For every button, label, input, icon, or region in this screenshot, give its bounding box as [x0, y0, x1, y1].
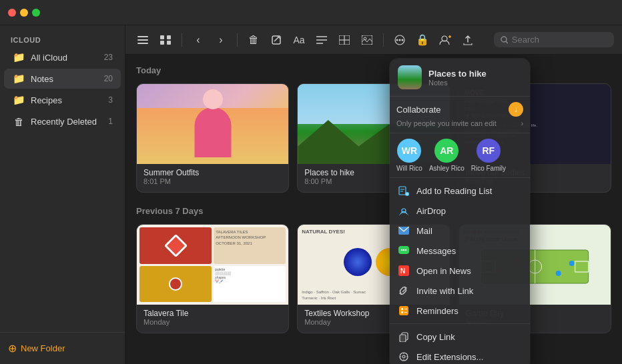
svg-text:N: N: [400, 267, 405, 275]
menu-item-invite-with-link[interactable]: Invite with Link: [390, 281, 530, 301]
previous-section-label: Previous 7 Days: [136, 206, 611, 216]
avatars-row: WR Will Rico AR Ashley Rico RF Rico Fami…: [390, 133, 530, 178]
collaborate-row: Collaborate ↓: [396, 102, 523, 117]
svg-point-34: [555, 271, 561, 276]
svg-point-20: [399, 39, 401, 41]
compose-button[interactable]: [267, 31, 286, 49]
sidebar-item-notes[interactable]: 📁 Notes 20: [4, 69, 121, 89]
search-input[interactable]: [512, 35, 607, 45]
menu-item-add-reading-list[interactable]: Add to Reading List: [390, 181, 530, 201]
toolbar-separator: [182, 33, 182, 47]
note-card-talavera-tile[interactable]: TALAVERA TILESAFTERNOON WORKSHOPOCTOBER …: [136, 224, 289, 333]
menu-item-mail[interactable]: Mail: [390, 221, 530, 241]
back-button[interactable]: ‹: [189, 31, 208, 49]
note-card-summer-outfits[interactable]: Summer Outfits 8:01 PM: [136, 83, 289, 193]
news-icon: N: [398, 265, 410, 277]
traffic-lights: [8, 9, 40, 17]
menu-item-reminders[interactable]: Reminders: [390, 301, 530, 321]
sidebar: iCloud 📁 All iCloud 23 📁 Notes 20 📁 Reci…: [0, 25, 125, 364]
sidebar-footer: ⊕ New Folder: [0, 332, 125, 364]
messages-icon: [398, 245, 410, 257]
close-button[interactable]: [8, 9, 16, 17]
copy-link-icon: [398, 331, 410, 343]
previous-notes-grid: TALAVERA TILESAFTERNOON WORKSHOPOCTOBER …: [136, 224, 611, 333]
sidebar-count-notes: 20: [104, 74, 113, 83]
popup-note-title: Places to hike: [428, 69, 487, 79]
share-button[interactable]: [390, 31, 409, 49]
svg-point-47: [405, 249, 406, 251]
menu-label-open-in-news: Open in News: [416, 266, 471, 276]
menu-label-airdrop: AirDrop: [416, 206, 446, 216]
avatar-circle-will-rico: WR: [397, 139, 421, 163]
avatar-circle-rico-family: RF: [477, 139, 501, 163]
search-icon: [501, 36, 508, 44]
sidebar-count-recently-deleted: 1: [108, 117, 113, 126]
menu-item-airdrop[interactable]: AirDrop: [390, 201, 530, 221]
svg-point-19: [396, 39, 398, 41]
lock-button[interactable]: 🔒: [413, 31, 432, 49]
collaborate-sublabel: Only people you invite can edit ›: [396, 119, 523, 127]
new-folder-button[interactable]: ⊕ New Folder: [8, 339, 117, 357]
svg-rect-5: [160, 41, 164, 45]
svg-point-25: [501, 37, 507, 42]
forward-button[interactable]: ›: [212, 31, 230, 49]
font-button[interactable]: Aa: [290, 31, 308, 49]
today-notes-grid: Summer Outfits 8:01 PM: [136, 83, 611, 193]
menu-label-mail: Mail: [416, 226, 432, 236]
share-context-popup: Places to hike Notes Collaborate ↓ O: [390, 59, 530, 364]
new-folder-label: New Folder: [21, 343, 65, 353]
menu-label-edit-extensions: Edit Extensions...: [416, 352, 483, 362]
sidebar-item-recipes[interactable]: 📁 Recipes 3: [4, 90, 121, 110]
airdrop-icon: [398, 205, 410, 217]
avatar-ashley-rico[interactable]: AR Ashley Rico: [429, 139, 464, 172]
menu-item-messages[interactable]: Messages: [390, 241, 530, 261]
today-section-label: Today: [136, 65, 611, 75]
add-person-button[interactable]: [436, 31, 454, 49]
sidebar-item-all-icloud[interactable]: 📁 All iCloud 23: [4, 47, 121, 67]
folder-icon: 📁: [12, 93, 25, 107]
svg-rect-51: [401, 308, 403, 310]
avatar-will-rico[interactable]: WR Will Rico: [396, 139, 422, 172]
checklist-button[interactable]: [312, 31, 331, 49]
search-bar[interactable]: [494, 32, 614, 47]
media-button[interactable]: [358, 31, 376, 49]
note-time-talavera-tile: Monday: [143, 318, 282, 326]
menu-item-copy-link[interactable]: Copy Link: [390, 327, 530, 347]
link-icon: [398, 285, 410, 297]
menu-label-messages: Messages: [416, 246, 456, 256]
content-area: Today Summer Outfits: [125, 55, 622, 364]
grid-view-button[interactable]: [156, 31, 175, 49]
svg-line-8: [274, 37, 279, 41]
avatar-name-rico-family: Rico Family: [471, 165, 506, 172]
minimize-button[interactable]: [20, 9, 28, 17]
collaborate-label: Collaborate: [396, 105, 441, 115]
menu-item-edit-extensions[interactable]: Edit Extensions...: [390, 347, 530, 364]
sidebar-item-recently-deleted[interactable]: 🗑 Recently Deleted 1: [4, 111, 121, 131]
note-title-summer-outfits: Summer Outfits: [143, 168, 282, 177]
fullscreen-button[interactable]: [32, 9, 40, 17]
menu-item-open-in-news[interactable]: N Open in News: [390, 261, 530, 281]
upload-button[interactable]: [458, 31, 477, 49]
svg-rect-56: [400, 335, 406, 342]
note-title-talavera-tile: Talavera Tile: [143, 309, 282, 318]
svg-point-46: [403, 249, 404, 251]
app-container: iCloud 📁 All iCloud 23 📁 Notes 20 📁 Reci…: [0, 25, 622, 364]
collaborate-section: Collaborate ↓ Only people you invite can…: [390, 97, 530, 133]
titlebar: [0, 0, 622, 25]
sidebar-count-all-icloud: 23: [104, 53, 113, 62]
reminders-icon: [398, 305, 410, 317]
avatar-rico-family[interactable]: RF Rico Family: [471, 139, 506, 172]
delete-button[interactable]: 🗑: [244, 31, 263, 49]
svg-point-21: [402, 39, 404, 41]
menu-separator: [390, 323, 530, 324]
svg-rect-4: [167, 35, 171, 39]
table-button[interactable]: [335, 31, 354, 49]
sidebar-label-recipes: Recipes: [31, 95, 108, 105]
list-view-button[interactable]: [133, 31, 152, 49]
collaborate-toggle-button[interactable]: ↓: [509, 102, 523, 117]
menu-label-add-reading-list: Add to Reading List: [416, 186, 492, 196]
sidebar-section-label: iCloud: [0, 31, 125, 47]
svg-line-26: [506, 41, 508, 43]
content-inner: Today Summer Outfits: [136, 65, 611, 333]
svg-point-45: [401, 249, 402, 251]
